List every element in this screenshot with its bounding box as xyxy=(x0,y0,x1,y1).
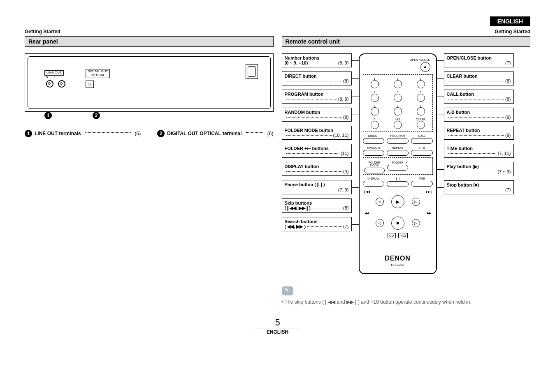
section-label-left: Getting Started xyxy=(25,29,60,35)
skip-next-icon: ▷ xyxy=(412,198,420,206)
callout-title: Search buttons xyxy=(285,219,349,224)
remote-diagram: OPEN / CLOSE ⏏ 1234567890+10CLEAR DIRECT… xyxy=(359,53,437,274)
callout-title: A-B button xyxy=(447,110,511,115)
callout-title: CALL button xyxy=(447,92,511,97)
callout-page: (11) xyxy=(341,151,349,156)
callout-title: TIME button xyxy=(447,146,511,151)
callout-box: PROGRAM button(8, 9) xyxy=(282,90,352,104)
remote-pill: DIRECT xyxy=(363,134,385,144)
open-close-button-icon: ⏏ xyxy=(420,62,430,72)
callout-title: RANDOM button xyxy=(285,110,349,115)
callout-number-1: 1 xyxy=(44,112,52,119)
callout-box: CALL button(8) xyxy=(444,90,514,104)
remote-pill: ❙❙ xyxy=(387,177,409,187)
callout-sub: ( ◀◀, ▶▶ ) xyxy=(285,224,306,229)
number-key: 1 xyxy=(366,77,384,88)
note-text: • The skip buttons (❙◀◀ and ▶▶❙) and +10… xyxy=(282,299,531,305)
digital-out-label: DIGITAL OUT OPTICAL xyxy=(86,69,110,78)
callout-page: (7) xyxy=(505,60,511,65)
callout-box: TIME button(7, 11) xyxy=(444,144,514,158)
callout-title: Play button (▶) xyxy=(447,164,511,169)
callout-sub: (0 ~ 9, +10) xyxy=(285,60,308,65)
search-rew-icon: ◁ xyxy=(376,219,384,227)
callout-number-2: 2 xyxy=(93,112,100,119)
callout-sub: (❙◀◀, ▶▶❙) xyxy=(285,205,311,211)
callout-box: Search buttons( ◀◀, ▶▶ ) (7) xyxy=(282,217,352,231)
callout-page: (8) xyxy=(343,115,348,120)
callout-title: DIRECT button xyxy=(285,74,349,78)
callout-page: (8, 9) xyxy=(338,97,349,101)
callout-page: (7) xyxy=(343,224,348,229)
remote-pill: A - B xyxy=(411,146,433,156)
callout-page: (7, 9) xyxy=(338,187,349,192)
callout-title: REPEAT button xyxy=(447,128,511,133)
remote-pill: RANDOM xyxy=(363,146,385,156)
callout-page: (4) xyxy=(343,169,348,174)
number-pad: 1234567890+10CLEAR xyxy=(363,74,433,132)
number-key: 4 xyxy=(366,91,384,102)
callout-box: Play button (▶)(7 ~ 9) xyxy=(444,162,514,176)
left-callout-column: Number buttons(0 ~ 9, +10) (8, 9)DIRECT … xyxy=(282,53,352,274)
language-badge: ENGLISH xyxy=(490,16,530,26)
callout-page: (8) xyxy=(505,97,511,101)
callout-box: Stop button (■)(7) xyxy=(444,180,514,194)
callout-page: (8) xyxy=(343,78,348,83)
callout-page: (10, 11) xyxy=(333,133,349,138)
callout-box: DISPLAY button(4) xyxy=(282,162,352,176)
callout-page: (8, 9) xyxy=(338,60,349,65)
search-fwd-icon: ▷ xyxy=(412,219,420,227)
callout-box: Skip buttons(❙◀◀, ▶▶❙) (8) xyxy=(282,198,352,213)
cd-logo: CD xyxy=(388,233,396,238)
number-key: 9 xyxy=(412,104,430,115)
callout-title: Number buttons xyxy=(285,55,349,60)
term2-bullet: 2 xyxy=(157,130,165,137)
open-close-label: OPEN / CLOSE xyxy=(363,58,433,61)
skip-prev-icon: ◁ xyxy=(376,198,384,206)
term1-bullet: 1 xyxy=(25,130,32,137)
number-key: 2 xyxy=(389,77,407,88)
rca-jack-r xyxy=(46,80,53,88)
callout-box: Pause button (❙❙)(7, 9) xyxy=(282,180,352,194)
term1-label: LINE OUT terminals xyxy=(35,131,81,136)
ac-inlet xyxy=(246,64,258,79)
lineout-label: LINE OUT xyxy=(44,70,64,76)
lineout-l: L xyxy=(54,76,56,78)
number-key: CLEAR xyxy=(412,118,430,129)
callout-page: (7 ~ 9) xyxy=(497,169,511,174)
lineout-r: R xyxy=(46,76,48,78)
stop-icon: ■ xyxy=(391,217,404,230)
remote-pill: REPEAT xyxy=(387,146,409,156)
callout-box: OPEN/CLOSE button(7) xyxy=(444,53,514,67)
number-key: 7 xyxy=(366,104,384,115)
play-icon: ▶ xyxy=(391,195,404,208)
callout-page: (8) xyxy=(505,78,511,83)
callout-title: Skip buttons xyxy=(285,201,349,205)
callout-title: DISPLAY button xyxy=(285,164,349,169)
callout-page: (9) xyxy=(505,115,511,120)
number-key: 3 xyxy=(412,77,430,88)
footer-language: ENGLISH xyxy=(254,328,301,336)
remote-heading: Remote control unit xyxy=(282,36,531,47)
number-key: +10 xyxy=(389,118,407,129)
rca-jack-l xyxy=(58,80,65,88)
callout-title: OPEN/CLOSE button xyxy=(447,55,511,60)
rear-panel-diagram: LINE OUT R L DIGITAL OUT OPTICAL ◻ xyxy=(25,53,274,112)
remote-pill: PROGRAM xyxy=(387,134,409,144)
callout-box: FOLDER +/– buttons(11) xyxy=(282,144,352,158)
callout-title: FOLDER +/– buttons xyxy=(285,146,349,151)
remote-pill: FOLDER MODE xyxy=(364,161,385,173)
callout-box: RANDOM button(8) xyxy=(282,108,352,122)
callout-box: Number buttons(0 ~ 9, +10) (8, 9) xyxy=(282,53,352,67)
callout-title: FOLDER MODE button xyxy=(285,128,349,133)
mp3-logo: mp3 xyxy=(398,233,408,238)
optical-jack: ◻ xyxy=(86,81,94,88)
remote-pill: DISPLAY xyxy=(363,177,385,187)
number-key: 5 xyxy=(389,91,407,102)
brand-label: DENON xyxy=(363,255,433,262)
callout-title: CLEAR button xyxy=(447,74,511,78)
remote-pill: CALL xyxy=(411,134,433,144)
note-icon xyxy=(282,286,293,295)
rear-panel-heading: Rear panel xyxy=(25,36,274,47)
callout-page: (8) xyxy=(343,205,348,210)
number-key: 6 xyxy=(412,91,430,102)
